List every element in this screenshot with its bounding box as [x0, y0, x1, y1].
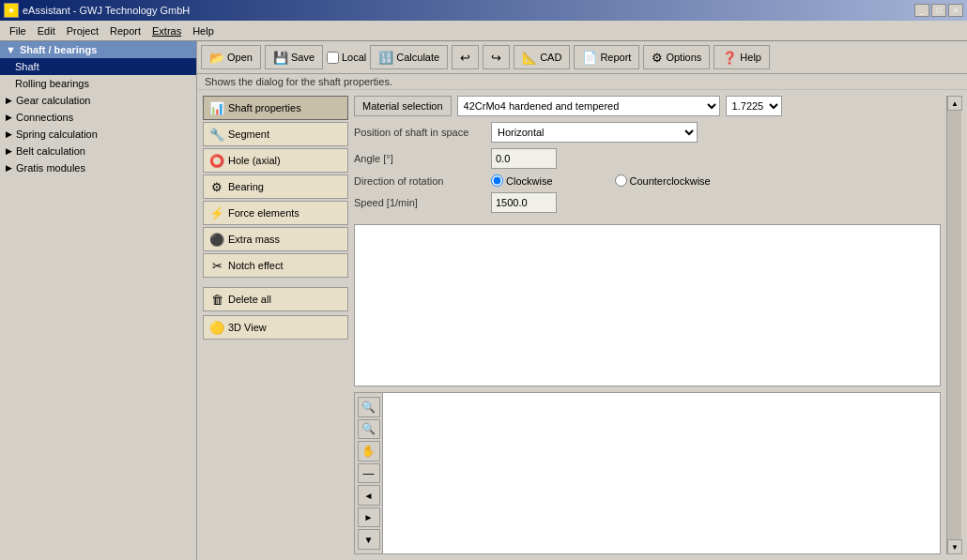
- title-bar: ★ eAssistant - GWJ Technology GmbH _ □ ×: [0, 0, 967, 21]
- sidebar-group-belt[interactable]: ▶ Belt calculation: [0, 143, 196, 159]
- rotation-row: Direction of rotation Clockwise Counterc…: [354, 174, 941, 187]
- redo-icon: ↪: [491, 51, 501, 65]
- sidebar-group-connections[interactable]: ▶ Connections: [0, 109, 196, 126]
- zoom-out-button[interactable]: 🔍: [358, 419, 380, 440]
- sidebar-item-shaft[interactable]: Shaft: [0, 58, 196, 75]
- hole-axial-button[interactable]: ⭕ Hole (axial): [203, 148, 348, 173]
- clockwise-label: Clockwise: [506, 175, 553, 187]
- segment-label: Segment: [228, 129, 269, 140]
- arrow-down-button[interactable]: ▼: [358, 529, 380, 550]
- sidebar-section-shaft-bearings[interactable]: ▼ Shaft / bearings: [0, 41, 196, 58]
- minimize-button[interactable]: _: [914, 4, 929, 17]
- props-form: Material selection 42CrMo4 hardened and …: [354, 96, 941, 219]
- zoom-in-icon: 🔍: [361, 401, 376, 414]
- cad-label: CAD: [540, 52, 561, 63]
- speed-label: Speed [1/min]: [354, 197, 485, 208]
- material-code-select[interactable]: 1.7225: [726, 96, 782, 116]
- sidebar-section-title: Shaft / bearings: [20, 44, 98, 55]
- counterclockwise-radio-label: Counterclockwise: [615, 174, 711, 187]
- arrow-icon: ▶: [6, 96, 12, 105]
- menu-edit[interactable]: Edit: [32, 23, 61, 38]
- arrow-left-button[interactable]: ◄: [358, 485, 380, 506]
- menu-report[interactable]: Report: [104, 23, 146, 38]
- menu-help[interactable]: Help: [187, 23, 220, 38]
- sidebar-group-gratis[interactable]: ▶ Gratis modules: [0, 159, 196, 176]
- cad-button[interactable]: 📐 CAD: [514, 45, 570, 69]
- notch-icon: ✂: [209, 258, 224, 273]
- calculate-label: Calculate: [396, 52, 439, 63]
- sidebar-item-rolling-bearings[interactable]: Rolling bearings: [0, 75, 196, 92]
- clockwise-radio[interactable]: [491, 174, 503, 187]
- sidebar-group-belt-label: Belt calculation: [16, 145, 85, 157]
- scroll-down-button[interactable]: ▼: [947, 539, 962, 554]
- shaft-properties-button[interactable]: 📊 Shaft properties: [203, 96, 348, 120]
- app-icon: ★: [4, 3, 19, 18]
- counterclockwise-label: Counterclockwise: [630, 175, 711, 187]
- help-icon: ❓: [722, 51, 737, 65]
- speed-row: Speed [1/min]: [354, 192, 941, 213]
- help-button[interactable]: ❓ Help: [714, 45, 770, 69]
- rotation-label: Direction of rotation: [354, 175, 485, 187]
- position-select[interactable]: Horizontal: [491, 122, 698, 143]
- undo-button[interactable]: ↩: [452, 45, 479, 69]
- bearing-button[interactable]: ⚙ Bearing: [203, 174, 348, 199]
- arrow-down-icon: ▼: [364, 535, 374, 545]
- menu-bar: File Edit Project Report Extras Help: [0, 21, 967, 41]
- save-label: Save: [291, 52, 315, 63]
- pan-button[interactable]: ✋: [358, 441, 380, 462]
- sidebar-group-connections-label: Connections: [16, 112, 73, 123]
- force-elements-button[interactable]: ⚡ Force elements: [203, 201, 348, 225]
- right-scrollbar: ▲ ▼: [946, 96, 961, 554]
- hole-axial-label: Hole (axial): [228, 155, 281, 166]
- sidebar-group-gear[interactable]: ▶ Gear calculation: [0, 92, 196, 109]
- angle-label: Angle [°]: [354, 153, 485, 164]
- close-button[interactable]: ×: [948, 4, 963, 17]
- notch-effect-button[interactable]: ✂ Notch effect: [203, 253, 348, 278]
- arrow-right-button[interactable]: ►: [358, 507, 380, 528]
- force-elements-label: Force elements: [228, 207, 299, 219]
- calculate-button[interactable]: 🔢 Calculate: [370, 45, 448, 69]
- buttons-column: 📊 Shaft properties 🔧 Segment ⭕ Hole (axi…: [203, 96, 348, 554]
- sidebar-group-spring[interactable]: ▶ Spring calculation: [0, 126, 196, 143]
- speed-input[interactable]: [491, 192, 557, 213]
- local-label: Local: [342, 52, 366, 63]
- scroll-up-button[interactable]: ▲: [947, 96, 962, 111]
- drawing-canvas: [383, 393, 940, 553]
- delete-all-button[interactable]: 🗑 Delete all: [203, 287, 348, 311]
- fit-button[interactable]: —: [358, 463, 380, 484]
- counterclockwise-radio[interactable]: [615, 174, 627, 187]
- hole-icon: ⭕: [209, 153, 224, 168]
- local-checkbox[interactable]: [327, 52, 339, 64]
- material-selection-button[interactable]: Material selection: [354, 96, 452, 116]
- sidebar-group-gear-label: Gear calculation: [16, 95, 91, 106]
- position-label: Position of shaft in space: [354, 127, 485, 138]
- maximize-button[interactable]: □: [931, 4, 946, 17]
- main-container: ▼ Shaft / bearings Shaft Rolling bearing…: [0, 41, 967, 560]
- segment-button[interactable]: 🔧 Segment: [203, 122, 348, 146]
- menu-file[interactable]: File: [4, 23, 32, 38]
- save-button[interactable]: 💾 Save: [265, 45, 323, 69]
- help-label: Help: [740, 52, 761, 63]
- menu-extras[interactable]: Extras: [146, 23, 187, 38]
- collapse-arrow: ▼: [6, 44, 16, 55]
- save-icon: 💾: [273, 51, 288, 65]
- angle-input[interactable]: [491, 148, 557, 169]
- view-3d-button[interactable]: 🟡 3D View: [203, 315, 348, 340]
- redo-button[interactable]: ↪: [483, 45, 510, 69]
- status-bar: Shows the dialog for the shaft propertie…: [197, 74, 967, 90]
- scroll-track[interactable]: [947, 111, 961, 539]
- report-button[interactable]: 📄 Report: [574, 45, 639, 69]
- toolbar: 📂 Open 💾 Save Local 🔢 Calculate ↩ ↪: [197, 41, 967, 74]
- material-value-select[interactable]: 42CrMo4 hardened and tempered: [457, 96, 720, 116]
- drawing-toolbar: 🔍 🔍 ✋ — ◄: [355, 393, 383, 553]
- open-button[interactable]: 📂 Open: [201, 45, 261, 69]
- preview-area: [354, 224, 941, 386]
- menu-project[interactable]: Project: [61, 23, 104, 38]
- zoom-in-button[interactable]: 🔍: [358, 397, 380, 417]
- mass-icon: ⚫: [209, 232, 224, 247]
- material-row: Material selection 42CrMo4 hardened and …: [354, 96, 941, 116]
- options-button[interactable]: ⚙ Options: [643, 45, 710, 69]
- extra-mass-button[interactable]: ⚫ Extra mass: [203, 227, 348, 251]
- shaft-properties-label: Shaft properties: [228, 102, 301, 114]
- content-area: 📂 Open 💾 Save Local 🔢 Calculate ↩ ↪: [197, 41, 967, 560]
